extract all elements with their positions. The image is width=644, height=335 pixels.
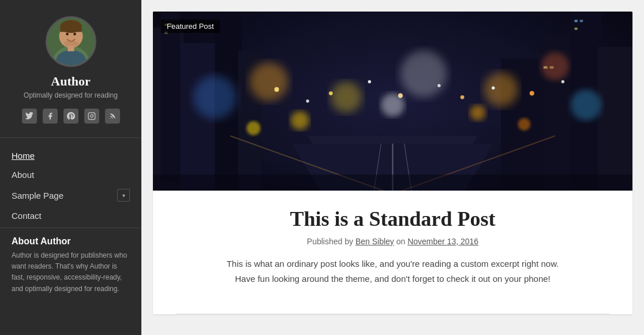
svg-rect-15 (160, 12, 180, 183)
svg-point-47 (492, 87, 495, 90)
svg-point-31 (484, 72, 518, 106)
svg-point-30 (400, 51, 447, 97)
nav-item-contact[interactable]: Contact (12, 206, 130, 225)
svg-point-46 (460, 95, 465, 99)
sidebar: Author Optimally designed for reading Ho… (0, 0, 141, 335)
facebook-icon[interactable] (43, 109, 58, 124)
svg-point-12 (110, 118, 110, 119)
svg-point-28 (250, 62, 289, 101)
pinterest-icon[interactable] (63, 109, 78, 124)
svg-rect-55 (574, 20, 577, 22)
svg-point-33 (193, 76, 237, 119)
featured-label: Featured Post (161, 20, 220, 33)
svg-rect-10 (88, 113, 95, 120)
nav-item-home[interactable]: Home (12, 146, 130, 165)
svg-rect-56 (580, 20, 583, 22)
svg-rect-9 (68, 46, 74, 51)
nav-item-about[interactable]: About (12, 165, 130, 184)
avatar (46, 16, 96, 67)
sidebar-nav: Home About Sample Page ▾ Contact (0, 138, 141, 228)
svg-rect-59 (550, 66, 554, 69)
sample-page-chevron[interactable]: ▾ (117, 189, 130, 202)
svg-point-40 (274, 87, 279, 92)
svg-point-6 (73, 33, 76, 36)
svg-point-45 (437, 84, 440, 87)
svg-point-29 (331, 81, 362, 113)
social-icons-row (22, 109, 120, 124)
svg-rect-60 (153, 174, 632, 191)
svg-rect-58 (544, 66, 548, 69)
svg-point-39 (246, 121, 260, 135)
svg-rect-21 (598, 47, 632, 191)
about-author-text: Author is designed for publishers who wa… (0, 250, 141, 306)
featured-image: Featured Post (153, 12, 632, 191)
instagram-icon[interactable] (84, 109, 99, 124)
svg-point-38 (518, 118, 530, 130)
svg-point-5 (66, 33, 69, 36)
about-author-title: About Author (0, 228, 141, 250)
post-meta: Published by Ben Sibley on November 13, … (176, 237, 609, 246)
nav-item-sample-page[interactable]: Sample Page ▾ (12, 184, 130, 206)
svg-point-49 (561, 80, 564, 83)
post-card: Featured Post This is a Standard Post Pu… (153, 12, 632, 314)
post-bottom-divider (176, 314, 609, 314)
svg-rect-4 (60, 27, 81, 32)
svg-point-48 (530, 91, 534, 96)
svg-point-32 (541, 53, 569, 80)
post-body: This is a Standard Post Published by Ben… (153, 191, 632, 302)
twitter-icon[interactable] (22, 109, 37, 124)
post-title: This is a Standard Post (176, 207, 609, 231)
sidebar-tagline: Optimally designed for reading (24, 91, 118, 99)
svg-point-37 (470, 105, 486, 121)
post-excerpt: This is what an ordinary post looks like… (226, 256, 560, 286)
svg-point-43 (368, 80, 371, 83)
svg-point-42 (329, 91, 333, 95)
sidebar-header: Author Optimally designed for reading (0, 0, 141, 137)
rss-icon[interactable] (105, 109, 120, 124)
sidebar-title: Author (51, 74, 90, 89)
svg-point-34 (571, 90, 602, 121)
svg-rect-57 (574, 28, 577, 30)
main-content: Featured Post This is a Standard Post Pu… (141, 0, 644, 335)
date-link[interactable]: November 13, 2016 (407, 237, 478, 246)
author-link[interactable]: Ben Sibley (355, 237, 394, 246)
svg-point-35 (291, 111, 309, 129)
svg-point-44 (398, 94, 403, 98)
svg-point-41 (306, 99, 309, 102)
about-author-section: About Author Author is designed for publ… (0, 228, 141, 306)
